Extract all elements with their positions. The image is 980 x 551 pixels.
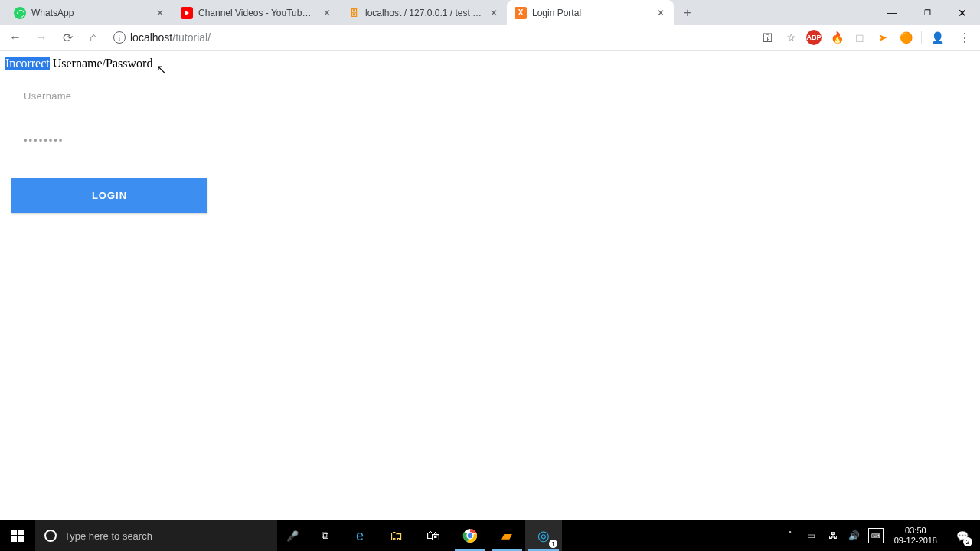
tray-volume-icon[interactable]: 🔊 bbox=[847, 528, 862, 543]
adblock-icon[interactable]: ABP bbox=[806, 30, 822, 45]
extension-red-icon[interactable]: 🟠 bbox=[898, 30, 913, 45]
taskbar-app-xampp[interactable]: ◎1 bbox=[525, 520, 562, 551]
tab-phpmyadmin[interactable]: 🗄 localhost / 127.0.0.1 / test / users ✕ bbox=[340, 0, 507, 25]
url-text: localhost/tutorial/ bbox=[130, 31, 211, 44]
cortana-mic-icon[interactable]: 🎤 bbox=[277, 520, 308, 551]
windows-taskbar: Type here to search 🎤 ⧉ e 🗂 🛍 ▰ ◎1 ˄ ▭ 🖧… bbox=[0, 520, 980, 551]
tab-loginportal[interactable]: X Login Portal ✕ bbox=[507, 0, 674, 25]
window-minimize-button[interactable]: ― bbox=[874, 0, 910, 25]
bookmark-star-icon[interactable]: ☆ bbox=[783, 30, 799, 45]
extension-grey-icon[interactable]: ◻ bbox=[852, 30, 867, 45]
search-placeholder: Type here to search bbox=[64, 530, 152, 542]
tray-keyboard-icon[interactable]: ⌨ bbox=[868, 528, 884, 543]
notification-badge: 2 bbox=[963, 537, 972, 546]
extension-icons: ⚿ ☆ ABP 🔥 ◻ ➤ 🟠 👤 bbox=[756, 30, 949, 45]
separator bbox=[921, 31, 922, 44]
taskbar-app-sublime[interactable]: ▰ bbox=[488, 520, 525, 551]
forward-button[interactable]: → bbox=[31, 27, 52, 48]
task-view-button[interactable]: ⧉ bbox=[308, 520, 341, 551]
tab-title: Login Portal bbox=[532, 8, 650, 18]
browser-tabstrip: WhatsApp ✕ Channel Videos - YouTube Stud… bbox=[0, 0, 980, 25]
mouse-cursor-icon: ↖ bbox=[156, 62, 166, 77]
taskbar-clock[interactable]: 03:50 09-12-2018 bbox=[890, 526, 942, 546]
clock-time: 03:50 bbox=[894, 526, 937, 536]
profile-avatar-icon[interactable]: 👤 bbox=[929, 30, 945, 45]
tab-title: localhost / 127.0.0.1 / test / users bbox=[365, 8, 483, 18]
tab-title: Channel Videos - YouTube Studio bbox=[198, 8, 316, 18]
whatsapp-icon bbox=[14, 7, 26, 19]
xampp-icon: X bbox=[514, 7, 527, 19]
flame-icon[interactable]: 🔥 bbox=[829, 30, 844, 45]
error-highlighted-word: Incorrect bbox=[5, 57, 50, 70]
chrome-menu-button[interactable]: ⋮ bbox=[954, 27, 975, 48]
tray-network-icon[interactable]: 🖧 bbox=[825, 528, 841, 543]
tab-title: WhatsApp bbox=[31, 8, 149, 18]
svg-rect-1 bbox=[18, 530, 24, 535]
tab-close-icon[interactable]: ✕ bbox=[322, 8, 332, 18]
start-button[interactable] bbox=[0, 520, 35, 551]
username-input[interactable] bbox=[11, 80, 207, 107]
tab-close-icon[interactable]: ✕ bbox=[155, 8, 165, 18]
new-tab-button[interactable]: + bbox=[677, 2, 698, 24]
taskbar-search[interactable]: Type here to search bbox=[35, 520, 277, 551]
tab-close-icon[interactable]: ✕ bbox=[488, 8, 499, 18]
password-key-icon[interactable]: ⚿ bbox=[760, 30, 776, 45]
address-bar[interactable]: i localhost/tutorial/ bbox=[109, 27, 751, 48]
system-tray: ˄ ▭ 🖧 🔊 ⌨ 03:50 09-12-2018 💬 2 bbox=[779, 520, 980, 551]
svg-rect-0 bbox=[11, 530, 17, 535]
taskbar-app-store[interactable]: 🛍 bbox=[415, 520, 452, 551]
tab-whatsapp[interactable]: WhatsApp ✕ bbox=[6, 0, 173, 25]
svg-point-6 bbox=[467, 533, 473, 539]
extension-orange-icon[interactable]: ➤ bbox=[875, 30, 890, 45]
taskbar-app-chrome[interactable] bbox=[452, 520, 488, 551]
window-close-button[interactable]: ✕ bbox=[945, 0, 980, 25]
window-maximize-button[interactable]: ❐ bbox=[910, 0, 945, 25]
login-form: LOGIN bbox=[11, 80, 207, 213]
page-viewport: Incorrect Username/Password ↖ LOGIN bbox=[0, 51, 980, 520]
clock-date: 09-12-2018 bbox=[894, 536, 937, 546]
browser-toolbar: ← → ⟳ ⌂ i localhost/tutorial/ ⚿ ☆ ABP 🔥 … bbox=[0, 25, 980, 51]
chrome-icon bbox=[462, 528, 478, 543]
svg-rect-2 bbox=[11, 536, 17, 542]
tab-youtube[interactable]: Channel Videos - YouTube Studio ✕ bbox=[173, 0, 340, 25]
login-button[interactable]: LOGIN bbox=[11, 178, 207, 213]
reload-button[interactable]: ⟳ bbox=[57, 27, 78, 48]
phpmyadmin-icon: 🗄 bbox=[348, 7, 360, 19]
error-rest: Username/Password bbox=[50, 57, 153, 70]
taskbar-app-file-explorer[interactable]: 🗂 bbox=[378, 520, 415, 551]
back-button[interactable]: ← bbox=[5, 27, 26, 48]
site-info-icon[interactable]: i bbox=[113, 31, 126, 44]
taskbar-app-edge[interactable]: e bbox=[341, 520, 378, 551]
tray-chevron-up-icon[interactable]: ˄ bbox=[782, 528, 798, 543]
password-input[interactable] bbox=[11, 124, 207, 152]
tab-close-icon[interactable]: ✕ bbox=[655, 8, 666, 18]
error-message: Incorrect Username/Password bbox=[5, 57, 152, 70]
svg-rect-3 bbox=[18, 536, 24, 542]
cortana-circle-icon bbox=[44, 530, 57, 542]
action-center-button[interactable]: 💬 2 bbox=[948, 520, 977, 551]
home-button[interactable]: ⌂ bbox=[83, 27, 104, 48]
windows-logo-icon bbox=[11, 530, 24, 542]
youtube-icon bbox=[181, 7, 193, 19]
tray-battery-icon[interactable]: ▭ bbox=[804, 528, 819, 543]
